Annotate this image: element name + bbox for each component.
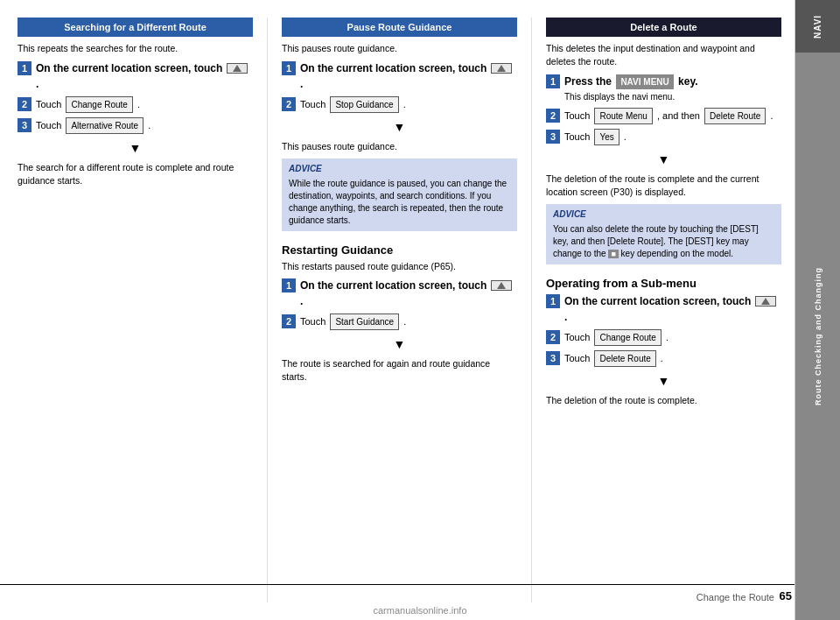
route-menu-btn[interactable]: Route Menu: [594, 108, 652, 124]
searching-intro: This repeats the searches for the route.: [18, 42, 253, 55]
touch-icon-1: [227, 63, 248, 74]
arrow-down-delete: ▼: [546, 152, 781, 166]
delete-step-3: 3 Touch Yes .: [546, 129, 781, 145]
delete-step-1-content: Press the NAVI MENU key. This displays t…: [564, 74, 698, 104]
searching-header: Searching for a Different Route: [18, 18, 253, 37]
restart-step-num-2: 2: [282, 314, 296, 328]
restart-result: The route is searched for again and rout…: [282, 357, 517, 383]
pause-advice-header: ADVICE: [289, 163, 510, 175]
delete-step-2-content: Touch Route Menu , and then Delete Route…: [564, 108, 773, 124]
restart-step-1-content: On the current location screen, touch .: [300, 278, 517, 309]
restart-step-num-1: 1: [282, 278, 296, 292]
dest-icon: ■: [608, 250, 618, 258]
column-pause: Pause Route Guidance This pauses route g…: [282, 18, 517, 602]
touch-icon-r1: [491, 280, 512, 291]
pause-advice-box: ADVICE While the route guidance is pause…: [282, 159, 517, 231]
submenu-header: Operating from a Sub-menu: [546, 277, 781, 290]
divider-1: [267, 18, 268, 602]
pause-step-2: 2 Touch Stop Guidance .: [282, 96, 517, 113]
touch-icon-p1: [491, 63, 512, 74]
restart-step-2: 2 Touch Start Guidance .: [282, 314, 517, 330]
pause-advice-text: While the route guidance is paused, you …: [289, 178, 510, 227]
submenu-step-2-content: Touch Change Route .: [564, 329, 668, 346]
submenu-step-num-1: 1: [546, 294, 560, 308]
start-guidance-btn[interactable]: Start Guidance: [330, 314, 399, 330]
submenu-step-num-2: 2: [546, 330, 560, 344]
search-step-2-content: Touch Change Route .: [36, 96, 140, 113]
arrow-down-1: ▼: [18, 141, 253, 155]
restart-step-2-content: Touch Start Guidance .: [300, 314, 406, 330]
restart-intro: This restarts paused route guidance (P65…: [282, 260, 517, 273]
submenu-step-num-3: 3: [546, 351, 560, 365]
delete-step-num-1: 1: [546, 74, 560, 88]
sidebar-navi-tab: NAVI: [795, 0, 840, 53]
alt-route-btn[interactable]: Alternative Route: [66, 117, 144, 134]
sidebar-route-tab: Route Checking and Changing: [795, 53, 840, 620]
pause-result: This pauses route guidance.: [282, 140, 517, 153]
submenu-step-3-content: Touch Delete Route .: [564, 350, 663, 367]
stop-guidance-btn[interactable]: Stop Guidance: [330, 96, 398, 113]
delete-advice-header: ADVICE: [553, 208, 774, 221]
page-container: Searching for a Different Route This rep…: [0, 0, 840, 620]
navi-menu-btn[interactable]: NAVI MENU: [616, 74, 673, 89]
search-result: The search for a different route is comp…: [18, 161, 253, 187]
submenu-result: The deletion of the route is complete.: [546, 394, 781, 407]
change-route-btn[interactable]: Change Route: [66, 96, 133, 113]
delete-step-1-sub: This displays the navi menu.: [564, 92, 675, 102]
delete-header: Delete a Route: [546, 18, 781, 37]
delete-step-1: 1 Press the NAVI MENU key. This displays…: [546, 74, 781, 104]
page-number: 65: [780, 589, 792, 602]
column-delete: Delete a Route This deletes the input de…: [546, 18, 781, 602]
delete-advice-box: ADVICE You can also delete the route by …: [546, 204, 781, 264]
triangle-icon: [233, 65, 242, 72]
submenu-change-route-btn[interactable]: Change Route: [594, 329, 662, 346]
pause-header: Pause Route Guidance: [282, 18, 517, 37]
right-sidebar: NAVI Route Checking and Changing: [794, 0, 840, 620]
pause-step-1-content: On the current location screen, touch .: [300, 60, 517, 92]
submenu-delete-route-btn[interactable]: Delete Route: [594, 350, 655, 367]
submenu-step-1-content: On the current location screen, touch .: [564, 293, 781, 325]
delete-result: The deletion of the route is complete an…: [546, 173, 781, 198]
delete-intro: This deletes the input destination and w…: [546, 42, 781, 67]
step-num-2: 2: [18, 97, 32, 111]
pause-step-num-2: 2: [282, 97, 296, 111]
triangle-icon-p1: [497, 65, 506, 72]
submenu-step-2: 2 Touch Change Route .: [546, 329, 781, 346]
main-content: Searching for a Different Route This rep…: [0, 0, 794, 620]
pause-step-2-content: Touch Stop Guidance .: [300, 96, 406, 113]
search-step-2: 2 Touch Change Route .: [18, 96, 253, 113]
step-num-1: 1: [18, 61, 32, 75]
pause-step-num-1: 1: [282, 61, 296, 75]
columns-layout: Searching for a Different Route This rep…: [18, 18, 781, 602]
delete-step-num-2: 2: [546, 109, 560, 123]
delete-advice-text: You can also delete the route by touchin…: [553, 223, 774, 260]
delete-route-btn[interactable]: Delete Route: [704, 108, 766, 124]
step-num-3: 3: [18, 118, 32, 132]
triangle-icon-r1: [497, 282, 506, 289]
pause-step-1: 1 On the current location screen, touch …: [282, 60, 517, 92]
search-step-3: 3 Touch Alternative Route .: [18, 117, 253, 134]
delete-step-2: 2 Touch Route Menu , and then Delete Rou…: [546, 108, 781, 124]
search-step-3-content: Touch Alternative Route .: [36, 117, 150, 134]
arrow-down-restart: ▼: [282, 337, 517, 351]
yes-btn[interactable]: Yes: [594, 129, 619, 145]
arrow-down-pause: ▼: [282, 120, 517, 134]
column-searching: Searching for a Different Route This rep…: [18, 18, 253, 602]
bottom-text: Change the Route: [696, 592, 774, 602]
watermark: carmanualsonline.info: [373, 605, 466, 616]
submenu-step-1: 1 On the current location screen, touch …: [546, 293, 781, 325]
submenu-step-3: 3 Touch Delete Route .: [546, 350, 781, 367]
touch-icon-s1: [755, 296, 776, 306]
restart-header: Restarting Guidance: [282, 243, 517, 257]
delete-step-3-content: Touch Yes .: [564, 129, 626, 145]
restart-step-1: 1 On the current location screen, touch …: [282, 278, 517, 309]
search-step-1-content: On the current location screen, touch .: [36, 60, 253, 92]
divider-2: [531, 18, 532, 602]
pause-intro: This pauses route guidance.: [282, 42, 517, 55]
arrow-down-submenu: ▼: [546, 374, 781, 388]
delete-step-num-3: 3: [546, 130, 560, 144]
bottom-bar: [0, 584, 794, 585]
search-step-1: 1 On the current location screen, touch …: [18, 60, 253, 92]
triangle-icon-s1: [761, 298, 770, 305]
